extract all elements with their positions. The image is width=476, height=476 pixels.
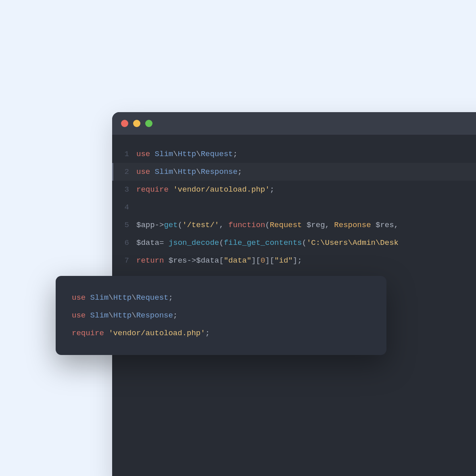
code-line[interactable]: 6$data= json_decode(file_get_contents('C… (112, 234, 476, 252)
code-token: Slim (155, 150, 173, 159)
code-token: \ (109, 311, 113, 320)
code-area[interactable]: 1use Slim\Http\Request;2use Slim\Http\Re… (112, 135, 476, 269)
code-token: \ (173, 167, 177, 176)
line-content[interactable]: $app->get('/test/', function(Request $re… (132, 221, 399, 230)
code-token: ][ (251, 256, 261, 265)
code-token: "id" (274, 256, 293, 265)
code-token: ( (302, 238, 307, 247)
code-token: , (219, 221, 228, 230)
code-tooltip: use Slim\Http\Request;use Slim\Http\Resp… (56, 276, 386, 355)
code-token: 0 (261, 256, 265, 265)
code-token: Http (178, 150, 196, 159)
code-token: $data (196, 256, 219, 265)
code-token: 'C:\Users\Admin\Desk (307, 238, 399, 247)
code-token: Http (113, 311, 132, 320)
line-content[interactable]: $data= json_decode(file_get_contents('C:… (132, 238, 399, 247)
line-content[interactable]: require 'vendor/autoload.php'; (132, 185, 274, 194)
code-token: $data (136, 238, 159, 247)
code-token: Slim (155, 167, 173, 176)
code-line[interactable]: 2use Slim\Http\Response; (112, 163, 476, 181)
code-token: ; (168, 293, 173, 302)
code-token: Http (178, 167, 196, 176)
line-content[interactable]: use Slim\Http\Request; (132, 150, 238, 159)
line-number: 4 (112, 203, 132, 212)
code-token: file_get_contents (224, 238, 302, 247)
code-token: require (136, 185, 173, 194)
code-token: ][ (265, 256, 274, 265)
maximize-button[interactable] (145, 120, 152, 127)
tooltip-line: require 'vendor/autoload.php'; (72, 324, 370, 342)
line-number: 6 (112, 238, 132, 247)
code-token: Http (113, 293, 132, 302)
code-token: return (136, 256, 169, 265)
code-token: \ (196, 167, 200, 176)
code-line[interactable]: 4 (112, 198, 476, 216)
code-token: \ (109, 293, 113, 302)
code-token: ; (233, 150, 237, 159)
code-token: -> (155, 221, 164, 230)
code-line[interactable]: 3require 'vendor/autoload.php'; (112, 181, 476, 198)
code-token: Response (136, 311, 173, 320)
line-number: 5 (112, 221, 132, 230)
code-token: ]; (293, 256, 302, 265)
code-token: Slim (90, 293, 109, 302)
code-token: ( (178, 221, 182, 230)
code-token: [ (219, 256, 223, 265)
minimize-button[interactable] (133, 120, 140, 127)
line-content[interactable]: use Slim\Http\Response; (132, 167, 242, 176)
code-token: $reg, (302, 221, 334, 230)
line-number: 7 (112, 256, 132, 265)
code-token: function (228, 221, 265, 230)
code-token: Request (270, 221, 302, 230)
code-token: \ (196, 150, 200, 159)
code-token: use (72, 293, 90, 302)
code-token: Request (201, 150, 233, 159)
code-token: get (164, 221, 177, 230)
code-token: '/test/' (182, 221, 219, 230)
code-line[interactable]: 7return $res->$data["data"][0]["id"]; (112, 252, 476, 269)
code-token: ( (219, 238, 223, 247)
close-button[interactable] (121, 120, 128, 127)
code-token: $res, (371, 221, 399, 230)
code-token: Request (136, 293, 169, 302)
code-token: $res (169, 256, 187, 265)
code-token: 'vendor/autoload.php' (173, 185, 269, 194)
code-token: ; (173, 311, 177, 320)
code-token: ; (205, 329, 210, 338)
code-token: json_decode (169, 238, 219, 247)
code-token: $app (136, 221, 155, 230)
code-line[interactable]: 5$app->get('/test/', function(Request $r… (112, 216, 476, 234)
code-token: ; (270, 185, 274, 194)
code-token: \ (132, 293, 136, 302)
code-token: ; (238, 167, 242, 176)
code-token: use (136, 167, 155, 176)
code-token: \ (132, 311, 136, 320)
code-token: use (136, 150, 155, 159)
code-token: Slim (90, 311, 109, 320)
code-token: ( (265, 221, 269, 230)
code-token: Response (201, 167, 238, 176)
window-titlebar (112, 112, 476, 135)
tooltip-line: use Slim\Http\Response; (72, 307, 370, 324)
code-token: "data" (224, 256, 251, 265)
code-token: 'vendor/autoload.php' (109, 329, 205, 338)
code-token: use (72, 311, 90, 320)
code-token: -> (187, 256, 196, 265)
line-number: 1 (112, 150, 132, 159)
tooltip-line: use Slim\Http\Request; (72, 289, 370, 307)
code-token: = (159, 238, 169, 247)
code-token: require (72, 329, 109, 338)
line-content[interactable]: return $res->$data["data"][0]["id"]; (132, 256, 302, 265)
code-token: \ (173, 150, 177, 159)
line-number: 2 (112, 167, 132, 176)
code-token: Response (334, 221, 371, 230)
line-number: 3 (112, 185, 132, 194)
code-line[interactable]: 1use Slim\Http\Request; (112, 145, 476, 163)
